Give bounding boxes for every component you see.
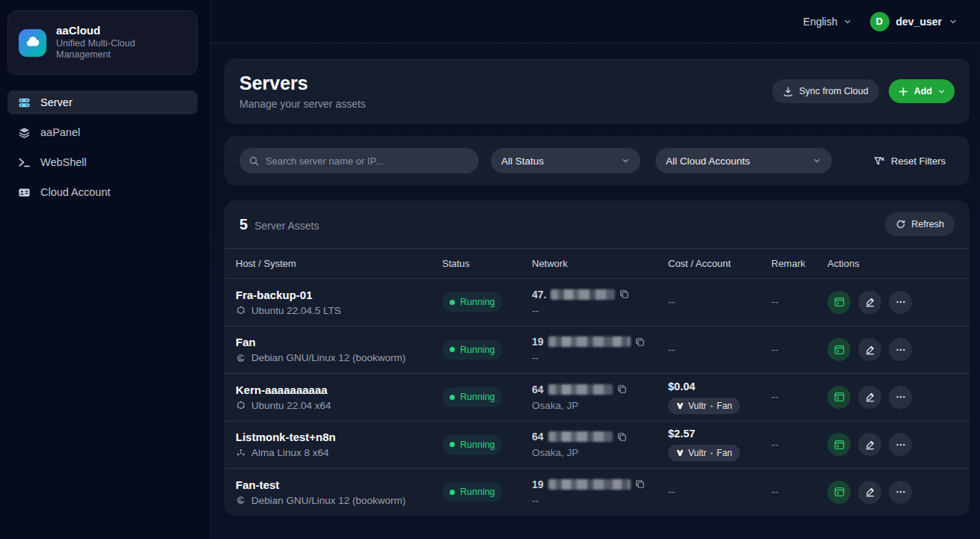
language-selector[interactable]: English (803, 16, 852, 28)
sidebar-item-label: Server (40, 96, 73, 108)
ip-redacted (551, 289, 615, 300)
account-provider: Vultr (688, 448, 706, 458)
cost-value: -- (668, 344, 675, 356)
sync-from-cloud-label: Sync from Cloud (799, 86, 868, 96)
language-label: English (803, 16, 838, 28)
user-name: dev_user (896, 16, 942, 28)
status-dot-icon (450, 490, 455, 495)
user-menu[interactable]: D dev_user (870, 12, 958, 31)
edit-button[interactable] (858, 338, 881, 361)
status-filter-select[interactable]: All Status (491, 148, 640, 173)
filter-bar: All Status All Cloud Accounts Reset Filt… (224, 136, 970, 185)
sidebar-item-aapanel[interactable]: aaPanel (7, 120, 197, 144)
asset-count: 5 (239, 216, 248, 233)
column-header-network: Network (532, 258, 668, 269)
column-header-cost-account: Cost / Account (668, 258, 771, 269)
alma-icon (236, 448, 246, 458)
cost-value: -- (668, 296, 675, 308)
layers-icon (18, 126, 31, 139)
cost-value: -- (668, 486, 675, 498)
pencil-icon (864, 439, 876, 451)
host-name: Listmonk-test+n8n (236, 431, 442, 443)
ip-redacted (548, 479, 631, 490)
dots-icon (895, 296, 907, 308)
brand-name: aaCloud (56, 24, 135, 38)
edit-button[interactable] (858, 433, 881, 456)
dots-icon (895, 439, 907, 451)
terminal-button[interactable] (827, 481, 851, 504)
search-icon (248, 155, 260, 167)
dots-icon (895, 486, 907, 498)
column-header-actions: Actions (827, 258, 970, 269)
host-name: Fan-test (236, 478, 442, 491)
pencil-icon (864, 486, 876, 498)
ip-prefix: 19 (532, 336, 544, 348)
sync-from-cloud-button[interactable]: Sync from Cloud (772, 79, 878, 103)
terminal-button[interactable] (827, 291, 851, 314)
funnel-x-icon (874, 155, 885, 167)
refresh-icon (895, 219, 906, 230)
account-filter-select[interactable]: All Cloud Accounts (655, 148, 832, 173)
server-row: Fan-testDebian GNU/Linux 12 (bookworm)Ru… (224, 468, 970, 516)
copy-icon[interactable] (635, 337, 645, 347)
edit-button[interactable] (858, 386, 881, 409)
terminal-window-icon (833, 296, 845, 308)
table-header-row: Host / SystemStatusNetworkCost / Account… (224, 249, 970, 278)
copy-icon[interactable] (617, 432, 627, 442)
avatar: D (870, 12, 889, 31)
reset-filters-button[interactable]: Reset Filters (874, 155, 946, 167)
add-button[interactable]: Add (889, 79, 955, 103)
ubuntu-icon (236, 400, 246, 410)
page-header-card: Servers Manage your server assets Sync f… (224, 58, 970, 124)
topbar: English D dev_user (211, 0, 980, 43)
chevron-down-icon (937, 87, 946, 96)
reset-filters-label: Reset Filters (891, 155, 946, 167)
sidebar-item-cloud-account[interactable]: Cloud Account (7, 180, 197, 204)
more-actions-button[interactable] (889, 338, 912, 361)
account-name: Fan (717, 448, 732, 458)
host-name: Fra-backup-01 (236, 289, 442, 301)
more-actions-button[interactable] (889, 386, 912, 409)
cost-value: $2.57 (668, 428, 771, 440)
server-row: Fra-backup-01Ubuntu 22.04.5 LTSRunning47… (224, 278, 970, 326)
asset-count-label: Server Assets (254, 220, 319, 232)
sidebar-item-server[interactable]: Server (7, 90, 197, 114)
account-separator: • (710, 401, 713, 410)
status-label: Running (460, 392, 495, 402)
page-title: Servers (239, 73, 366, 94)
cloud-logo-icon (19, 29, 46, 57)
sidebar-item-webshell[interactable]: WebShell (7, 150, 197, 174)
status-label: Running (460, 487, 495, 497)
more-actions-button[interactable] (889, 291, 912, 314)
terminal-window-icon (833, 486, 845, 498)
pencil-icon (864, 296, 876, 308)
ip-redacted (548, 431, 613, 442)
copy-icon[interactable] (617, 384, 627, 394)
more-actions-button[interactable] (889, 433, 912, 456)
terminal-window-icon (833, 344, 845, 356)
search-input[interactable] (266, 155, 470, 167)
account-provider: Vultr (688, 401, 706, 411)
status-badge: Running (442, 482, 503, 502)
terminal-button[interactable] (827, 338, 851, 361)
column-header-host-system: Host / System (236, 258, 442, 269)
chevron-down-icon (949, 17, 958, 26)
edit-button[interactable] (858, 291, 881, 314)
copy-icon[interactable] (619, 289, 629, 299)
sidebar-item-label: Cloud Account (40, 186, 111, 198)
copy-icon[interactable] (635, 479, 645, 489)
search-box[interactable] (239, 148, 479, 173)
edit-button[interactable] (858, 481, 881, 504)
more-actions-button[interactable] (889, 481, 912, 504)
pencil-icon (864, 391, 876, 403)
status-label: Running (460, 345, 495, 355)
account-filter-value: All Cloud Accounts (666, 155, 750, 167)
refresh-button[interactable]: Refresh (885, 212, 955, 236)
network-location: -- (532, 305, 668, 316)
terminal-button[interactable] (827, 433, 851, 456)
status-dot-icon (450, 300, 455, 305)
terminal-button[interactable] (827, 386, 851, 409)
account-badge: Vultr•Fan (668, 398, 740, 414)
ip-prefix: 47. (532, 289, 546, 301)
network-location: -- (532, 495, 668, 506)
